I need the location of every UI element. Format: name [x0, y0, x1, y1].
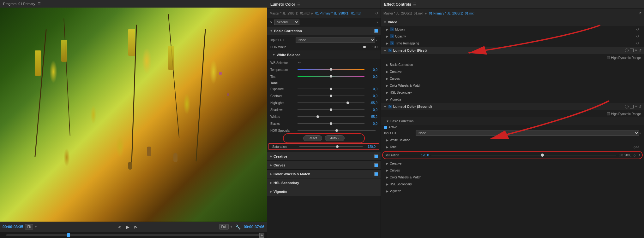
highlights-slider[interactable]: [298, 102, 364, 103]
master-file-link[interactable]: Master * JL_2986(1)_01.mxf: [270, 12, 310, 15]
input-lut-second-select[interactable]: None: [416, 131, 639, 136]
wrench-btn[interactable]: 🔧: [234, 224, 242, 230]
basic-correction-checkbox[interactable]: [374, 29, 378, 33]
active-checkbox[interactable]: [384, 126, 387, 129]
blacks-value: 0,0: [366, 122, 377, 125]
creative-first-label: Creative: [390, 70, 639, 73]
temperature-label: Temperature: [270, 68, 296, 72]
full-dropdown[interactable]: Full: [219, 224, 229, 229]
lumetri-panel-header: Lumetri Color ☰: [267, 0, 381, 9]
lumetri-menu-icon[interactable]: ☰: [297, 2, 300, 6]
time-remap-row[interactable]: ▶ fx Time Remapping ↺: [381, 40, 644, 47]
program-menu-icon[interactable]: ☰: [38, 2, 41, 6]
white-balance-second-row[interactable]: ▶ White Balance: [381, 136, 644, 143]
input-lut-row: Input LUT None ▾: [267, 37, 381, 44]
blacks-slider[interactable]: [298, 123, 364, 124]
square-icon: [630, 49, 634, 52]
effect-scroll[interactable]: ▼ Video ▶ fx Motion ↺ ▶ fx Opacity ↺ ▶ f…: [381, 18, 644, 238]
hdr-specular-row: HDR Specular: [267, 127, 381, 134]
timeline-bar[interactable]: +: [0, 232, 267, 238]
tint-label: Tint: [270, 75, 296, 78]
program-title: Program: 01 Primary: [3, 2, 35, 6]
color-wheels-header[interactable]: ▶ Color Wheels & Match: [267, 170, 381, 178]
exposure-slider[interactable]: [298, 89, 364, 89]
creative-header[interactable]: ▶ Creative: [267, 152, 381, 161]
fx-label: fx: [270, 20, 272, 24]
motion-row[interactable]: ▶ fx Motion ↺: [381, 26, 644, 33]
hsl-first-row[interactable]: ▶ HSL Secondary: [381, 89, 644, 96]
color-wheels-second-row[interactable]: ▶ Color Wheels & Match: [381, 174, 644, 181]
hdr-second-checkbox[interactable]: [607, 112, 610, 115]
exposure-row: Exposure 0,0: [267, 85, 381, 92]
creative-checkbox[interactable]: [374, 154, 378, 158]
white-balance-second-label: White Balance: [390, 138, 639, 142]
primary-file-link[interactable]: 01 Primary * JL_2986(1)_01.mxf: [315, 12, 361, 15]
color-wheels-first-row[interactable]: ▶ Color Wheels & Match: [381, 82, 644, 89]
reset-button[interactable]: Reset: [303, 135, 322, 141]
video-section-header[interactable]: ▼ Video: [381, 18, 644, 26]
curves-header[interactable]: ▶ Curves: [267, 161, 381, 170]
shadows-slider[interactable]: [298, 109, 364, 110]
basic-correction-header[interactable]: ▼ Basic Correction: [267, 26, 381, 35]
effect-primary-file[interactable]: 01 Primary * JL_2986(1)_01.mxf: [429, 12, 474, 15]
fx-select[interactable]: Second First: [274, 20, 299, 25]
step-back-btn[interactable]: ⊲: [117, 224, 123, 230]
effect-menu-icon[interactable]: ☰: [413, 2, 416, 6]
basic-correction-second-header[interactable]: ▼ Basic Correction: [381, 117, 644, 125]
lumetri-scroll[interactable]: ▼ Basic Correction Input LUT None ▾ HDR …: [267, 26, 381, 238]
tint-slider[interactable]: [298, 76, 364, 77]
basic-correction-first-label: Basic Correction: [390, 63, 639, 67]
keyframe-icon[interactable]: ◇: [634, 145, 636, 149]
fit-dropdown[interactable]: Fit: [25, 224, 33, 229]
exposure-label: Exposure: [270, 87, 296, 91]
hdr-specular-slider[interactable]: [298, 130, 376, 131]
add-button[interactable]: +: [259, 233, 264, 238]
hsl-secondary-header[interactable]: ▶ HSL Secondary: [267, 178, 381, 187]
contrast-slider[interactable]: [298, 96, 364, 96]
curves-second-row[interactable]: ▶ Curves: [381, 167, 644, 174]
effect-controls-title: Effect Controls: [384, 2, 411, 7]
effect-reset-icon[interactable]: ↺: [639, 11, 641, 15]
whites-slider[interactable]: [298, 116, 364, 117]
hsl-second-row[interactable]: ▶ HSL Secondary: [381, 181, 644, 188]
basic-correction-first-row[interactable]: ▶ Basic Correction: [381, 61, 644, 68]
saturation-slider[interactable]: [299, 146, 363, 147]
lumetri-first-header[interactable]: ▼ fx Lumetri Color (First) ✏ ↺: [381, 47, 644, 54]
vignette-header[interactable]: ▶ Vignette: [267, 187, 381, 196]
white-balance-header[interactable]: ▼ White Balance: [267, 50, 381, 59]
saturation-second-slider[interactable]: [431, 155, 616, 155]
input-lut-select[interactable]: None: [296, 38, 375, 43]
eyedropper-icon[interactable]: ✏: [298, 61, 301, 65]
hdr-white-slider[interactable]: [298, 47, 364, 47]
creative-first-row[interactable]: ▶ Creative: [381, 68, 644, 75]
shadows-value: 0,0: [366, 108, 377, 112]
temperature-value: 0,0: [366, 68, 377, 72]
curves-second-label: Curves: [390, 169, 639, 172]
curves-first-label: Curves: [390, 77, 639, 80]
lumetri-second-header[interactable]: ▼ fx Lumetri Color (Second) ✏ ↺: [381, 103, 644, 110]
curves-first-row[interactable]: ▶ Curves: [381, 75, 644, 82]
opacity-row[interactable]: ▶ fx Opacity ↺: [381, 33, 644, 40]
triangle-icon: ▼: [270, 29, 273, 32]
play-pause-btn[interactable]: ▶: [125, 224, 131, 230]
reset-icon[interactable]: ↺: [375, 11, 378, 15]
wb-selector-row: WB Selector ✏: [267, 59, 381, 66]
tone-second-row[interactable]: ▶ Tone ◇ ↺: [381, 143, 644, 150]
curves-checkbox[interactable]: [374, 163, 378, 167]
saturation-row: Saturation 120,0: [268, 143, 379, 150]
sat-keyframe-icon[interactable]: ◇: [634, 154, 636, 157]
step-forward-btn[interactable]: ⊳: [133, 224, 139, 230]
vignette-first-row[interactable]: ▶ Vignette: [381, 96, 644, 103]
circle-icon: [625, 49, 629, 52]
highlights-value: -55,9: [366, 101, 377, 105]
temperature-slider[interactable]: [298, 69, 364, 70]
whites-row: Whites -55,2: [267, 113, 381, 120]
pen-icon: ✏: [635, 49, 637, 52]
vignette-second-row[interactable]: ▶ Vignette: [381, 188, 644, 194]
color-wheels-checkbox[interactable]: [374, 172, 378, 176]
hdr-first-checkbox[interactable]: [607, 56, 610, 59]
creative-second-row[interactable]: ▶ Creative: [381, 160, 644, 167]
effect-master-file[interactable]: Master * JL_2986(1)_01.mxf: [383, 12, 423, 15]
auto-button[interactable]: Auto ▾: [325, 135, 344, 141]
hdr-second-label: High Dynamic Range: [611, 112, 641, 116]
